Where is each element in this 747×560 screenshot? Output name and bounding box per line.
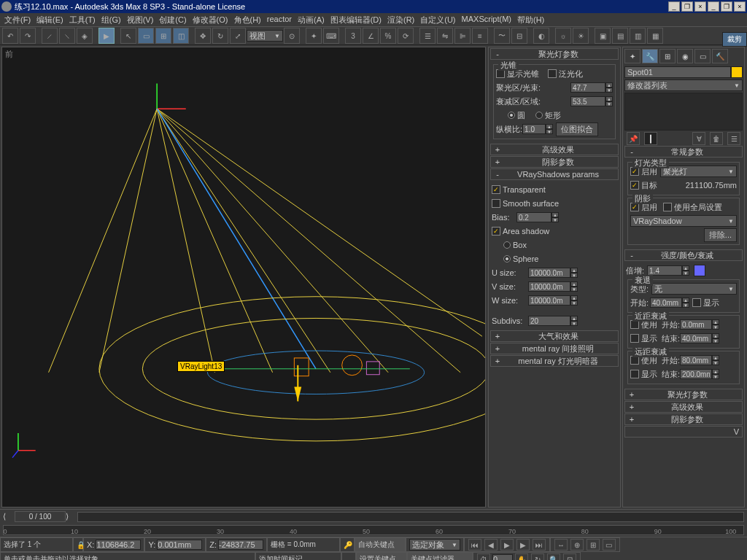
vp-nav6-icon[interactable]: ↻ <box>531 553 544 560</box>
vp-nav8-icon[interactable]: ⊡ <box>563 553 576 560</box>
rollout-vray-shadows[interactable]: -VRayShadows params <box>490 168 619 180</box>
overshoot-check[interactable] <box>548 69 557 78</box>
center-icon[interactable]: ⊙ <box>284 28 300 44</box>
rollout-atmos[interactable]: +大气和效果 <box>490 330 619 342</box>
modifier-stack[interactable] <box>624 93 743 131</box>
scale-icon[interactable]: ⤢ <box>230 28 246 44</box>
remove-mod-icon[interactable]: 🗑 <box>710 132 723 145</box>
trim-button[interactable]: 裁剪 <box>722 32 747 47</box>
filter-icon[interactable]: ◫ <box>173 28 189 44</box>
unlink-icon[interactable]: ⟍ <box>59 28 75 44</box>
fa-start-input[interactable] <box>680 355 712 365</box>
vp-nav3-icon[interactable]: ⊞ <box>587 539 600 551</box>
goto-start-icon[interactable]: ⏮ <box>468 539 481 551</box>
light-color-swatch[interactable] <box>694 265 705 276</box>
rotate-icon[interactable]: ↻ <box>212 28 228 44</box>
smooth-check[interactable] <box>492 199 500 208</box>
lock-selection-icon[interactable]: 🔒 <box>73 537 83 552</box>
menu-group[interactable]: 组(G) <box>98 13 124 26</box>
menu-edit[interactable]: 编辑(E) <box>34 13 66 26</box>
x-input[interactable] <box>96 540 141 550</box>
frame-input[interactable] <box>492 554 513 560</box>
object-name-input[interactable] <box>624 66 731 78</box>
schematic-icon[interactable]: ⊟ <box>511 28 527 44</box>
keyboard-icon[interactable]: ⌨ <box>323 28 339 44</box>
decay-type-dropdown[interactable]: 无▼ <box>651 283 737 295</box>
menu-create[interactable]: 创建(C) <box>156 13 189 26</box>
box-radio[interactable] <box>503 241 511 249</box>
y-input[interactable] <box>157 540 202 550</box>
menu-graph[interactable]: 图表编辑器(D) <box>328 13 384 26</box>
menu-reactor[interactable]: reactor <box>264 13 295 26</box>
quick-render-icon[interactable]: ☀ <box>573 28 589 44</box>
menu-tools[interactable]: 工具(T) <box>66 13 98 26</box>
time-config2-icon[interactable]: ⏱ <box>477 553 490 560</box>
menu-modifiers[interactable]: 修改器(O) <box>190 13 231 26</box>
spinner-snap-icon[interactable]: ⟳ <box>398 28 414 44</box>
rollout-shadow-params[interactable]: +阴影参数 <box>490 156 619 168</box>
menu-views[interactable]: 视图(V) <box>124 13 157 26</box>
tab-utilities-icon[interactable]: 🔨 <box>712 49 728 63</box>
key-mode-dropdown[interactable]: 选定对象▼ <box>409 539 460 551</box>
use-global-check[interactable] <box>663 203 672 211</box>
time-config-icon[interactable]: ⟨ <box>3 512 15 521</box>
hotspot-input[interactable] <box>570 82 605 93</box>
bitmap-fit-button[interactable]: 位图拟合 <box>556 122 598 136</box>
tab-display-icon[interactable]: ▭ <box>694 49 711 63</box>
menu-maxscript[interactable]: MAXScript(M) <box>459 13 514 26</box>
snap-icon[interactable]: 3 <box>345 28 361 44</box>
vp-nav5-icon[interactable]: ✋ <box>515 553 528 560</box>
vp-nav1-icon[interactable]: ↔ <box>554 539 568 551</box>
decay-show-check[interactable] <box>692 298 701 307</box>
menu-file[interactable]: 文件(F) <box>1 13 34 26</box>
window-crossing-icon[interactable]: ⊞ <box>155 28 171 44</box>
time-current[interactable]: 0 / 100 <box>15 511 66 522</box>
viewport-front[interactable]: 前 <box>1 47 486 508</box>
restore-button[interactable]: ❐ <box>681 1 693 12</box>
time-slider[interactable] <box>77 512 744 522</box>
menu-animation[interactable]: 动画(A) <box>295 13 328 26</box>
rollout-intensity[interactable]: -强度/颜色/衰减 <box>624 249 743 261</box>
close2-button[interactable]: × <box>734 1 746 12</box>
vp-nav7-icon[interactable]: 🔍 <box>547 553 560 560</box>
vp-nav2-icon[interactable]: ⊕ <box>570 539 584 551</box>
rollout-general-params[interactable]: -常规参数 <box>624 146 743 158</box>
fa-show-check[interactable] <box>630 370 639 378</box>
na-end-input[interactable] <box>680 333 712 343</box>
light-type-dropdown[interactable]: 聚光灯▼ <box>660 166 737 177</box>
subdivs-input[interactable] <box>528 316 570 326</box>
percent-snap-icon[interactable]: % <box>380 28 396 44</box>
exclude-button[interactable]: 排除... <box>704 228 737 242</box>
modifier-list-dropdown[interactable]: 修改器列表▼ <box>624 79 743 91</box>
z-input[interactable] <box>218 540 263 550</box>
rollout-spot-params2[interactable]: +聚光灯参数 <box>624 389 743 400</box>
curve-editor-icon[interactable]: 〜 <box>494 28 510 44</box>
render-scene-icon[interactable]: ☼ <box>555 28 571 44</box>
menu-customize[interactable]: 自定义(U) <box>417 13 458 26</box>
rollout-shadow-params2[interactable]: +阴影参数 <box>624 413 743 425</box>
tab-create-icon[interactable]: ✦ <box>624 49 640 63</box>
rollout-mr-shader[interactable]: +mental ray 灯光明暗器 <box>490 355 619 367</box>
extra3-icon[interactable]: ▥ <box>630 28 646 44</box>
select-region-icon[interactable]: ▭ <box>138 28 154 44</box>
minimize-button[interactable]: _ <box>668 1 680 12</box>
minimize2-button[interactable]: _ <box>708 1 719 12</box>
coord-system-dropdown[interactable]: 视图▼ <box>247 30 283 42</box>
manipulate-icon[interactable]: ✦ <box>306 28 322 44</box>
play-icon[interactable]: ▶ <box>500 539 514 551</box>
target-check[interactable] <box>630 181 639 190</box>
undo-icon[interactable]: ↶ <box>2 28 18 44</box>
bias-input[interactable] <box>516 212 551 222</box>
menu-help[interactable]: 帮助(H) <box>514 13 547 26</box>
area-shadow-check[interactable] <box>492 227 500 236</box>
menu-character[interactable]: 角色(H) <box>231 13 264 26</box>
close-button[interactable]: × <box>694 1 706 12</box>
restore2-button[interactable]: ❐ <box>721 1 732 12</box>
shadow-type-dropdown[interactable]: VRayShadow▼ <box>630 215 737 227</box>
extra4-icon[interactable]: ▦ <box>647 28 663 44</box>
next-frame-icon[interactable]: ▶ <box>516 539 530 551</box>
bind-icon[interactable]: ◈ <box>77 28 93 44</box>
tab-hierarchy-icon[interactable]: ⊞ <box>659 49 676 63</box>
usize-input[interactable] <box>528 268 570 278</box>
named-sel-icon[interactable]: ☰ <box>419 28 436 44</box>
